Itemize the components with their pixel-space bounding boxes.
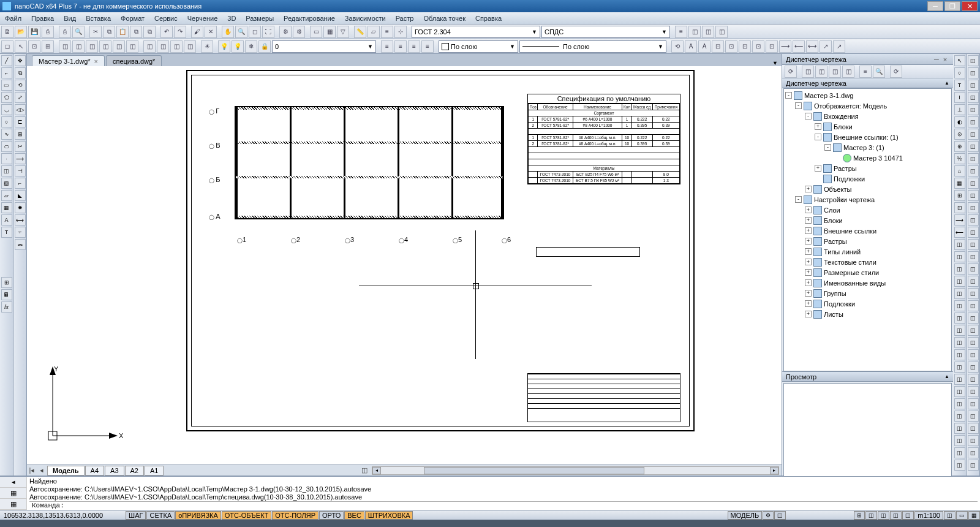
command-window[interactable]: ◂ ▦ ▦ Найдено Автосохранение: C:\Users\I… bbox=[0, 476, 980, 510]
rt1[interactable]: ↖ bbox=[954, 55, 965, 66]
rtt20[interactable]: ◫ bbox=[968, 288, 979, 299]
sb-i6[interactable]: ◫ bbox=[890, 511, 902, 520]
maximize-button[interactable]: ❐ bbox=[944, 1, 960, 11]
tb2-4[interactable]: ⊞ bbox=[42, 40, 54, 53]
sheettabs-split-icon[interactable]: ◫ bbox=[360, 466, 369, 474]
region-icon[interactable]: ▱ bbox=[1, 190, 12, 201]
rt28[interactable]: ◫ bbox=[954, 386, 965, 397]
open-icon[interactable]: 📂 bbox=[15, 26, 27, 38]
rt4[interactable]: I bbox=[954, 92, 965, 103]
rtt26[interactable]: ◫ bbox=[968, 362, 979, 373]
zoomwin-icon[interactable]: ◻ bbox=[249, 26, 261, 38]
light-icon[interactable]: 💡 bbox=[218, 40, 230, 53]
menu-view[interactable]: Вид bbox=[59, 15, 81, 22]
ptb5-icon[interactable]: ≡ bbox=[859, 66, 872, 78]
cmd-btn1[interactable]: ◂ bbox=[0, 477, 26, 488]
rt22[interactable]: ◫ bbox=[954, 313, 965, 324]
scale-icon[interactable]: ⤢ bbox=[15, 92, 26, 103]
rtt32[interactable]: ◫ bbox=[968, 435, 979, 446]
erase-icon[interactable]: ✕ bbox=[205, 26, 217, 38]
rtt25[interactable]: ◫ bbox=[968, 349, 979, 360]
rt2[interactable]: ○ bbox=[954, 67, 965, 78]
r8-icon[interactable]: ⊡ bbox=[766, 40, 778, 53]
ptb6-icon[interactable]: 🔍 bbox=[873, 66, 885, 78]
menu-draw[interactable]: Черчение bbox=[183, 15, 223, 22]
rtt29[interactable]: ◫ bbox=[968, 398, 979, 409]
r5-icon[interactable]: ⊡ bbox=[725, 40, 737, 53]
pline-icon[interactable]: ⌐ bbox=[1, 67, 12, 78]
trim-icon[interactable]: ✂ bbox=[15, 141, 26, 152]
sb-ortho[interactable]: ОРТО bbox=[319, 511, 344, 520]
sb-i8[interactable]: ◫ bbox=[944, 511, 956, 520]
new-icon[interactable]: 🗎 bbox=[1, 26, 13, 38]
layers-icon[interactable]: ≡ bbox=[675, 26, 687, 38]
hatch-icon[interactable]: ▨ bbox=[1, 178, 12, 189]
lock-icon[interactable]: 🔒 bbox=[258, 40, 271, 53]
copybase-icon[interactable]: ⧉ bbox=[130, 26, 142, 38]
menu-help[interactable]: Справка bbox=[470, 15, 507, 22]
point-icon[interactable]: · bbox=[1, 153, 12, 164]
sb-i10[interactable]: ▦ bbox=[968, 511, 980, 520]
rt13[interactable]: ⊡ bbox=[954, 202, 965, 213]
rt3[interactable]: T bbox=[954, 80, 965, 91]
print-icon[interactable]: ⎙ bbox=[59, 26, 71, 38]
rt26[interactable]: ◫ bbox=[954, 362, 965, 373]
list-icon[interactable]: ≡ bbox=[381, 26, 393, 38]
laymgr-icon[interactable]: ≡ bbox=[381, 40, 393, 53]
rt17[interactable]: ◫ bbox=[954, 251, 965, 262]
menu-3d[interactable]: 3D bbox=[222, 15, 241, 22]
circle-icon[interactable]: ○ bbox=[1, 116, 12, 127]
arc-icon[interactable]: ◡ bbox=[1, 104, 12, 115]
menu-dims[interactable]: Размеры bbox=[241, 15, 279, 22]
rt25[interactable]: ◫ bbox=[954, 349, 965, 360]
menu-raster[interactable]: Растр bbox=[391, 15, 419, 22]
r12-icon[interactable]: ↗ bbox=[820, 40, 832, 53]
r10-icon[interactable]: ⟵ bbox=[793, 40, 805, 53]
section-arrow-icon[interactable]: ▲ bbox=[944, 80, 949, 86]
rtt5[interactable]: ◫ bbox=[968, 104, 979, 115]
preview-arrow-icon[interactable]: ▲ bbox=[944, 374, 949, 379]
rt27[interactable]: ◫ bbox=[954, 374, 965, 385]
rtt28[interactable]: ◫ bbox=[968, 386, 979, 397]
stretch-icon[interactable]: ⟷ bbox=[15, 214, 26, 226]
rtt24[interactable]: ◫ bbox=[968, 337, 979, 348]
redo-icon[interactable]: ↷ bbox=[174, 26, 186, 38]
rt20[interactable]: ◫ bbox=[954, 288, 965, 299]
menu-format[interactable]: Формат bbox=[116, 15, 149, 22]
tb2-13[interactable]: ◫ bbox=[170, 40, 183, 53]
doc-tab-2[interactable]: специва.dwg* bbox=[106, 55, 162, 66]
rt29[interactable]: ◫ bbox=[954, 398, 965, 409]
rt16[interactable]: ◫ bbox=[954, 239, 965, 250]
sun-icon[interactable]: ☀ bbox=[201, 40, 213, 53]
bulb-icon[interactable]: 💡 bbox=[232, 40, 244, 53]
sb-i1[interactable]: ⚙ bbox=[763, 511, 774, 520]
extend-icon[interactable]: ⟶ bbox=[15, 153, 26, 164]
filter-icon[interactable]: ▽ bbox=[337, 26, 349, 38]
sb-osnap[interactable]: оПРИВЯЗКА bbox=[175, 511, 221, 520]
close-button[interactable]: ✕ bbox=[962, 1, 978, 11]
array-icon[interactable]: ⊞ bbox=[15, 129, 26, 140]
rt8[interactable]: ⊕ bbox=[954, 141, 965, 152]
rt34[interactable]: ◫ bbox=[954, 460, 965, 471]
tab-a2[interactable]: А2 bbox=[125, 466, 144, 476]
sb-hatch[interactable]: ШТРИХОВКА bbox=[365, 511, 413, 520]
zoom-icon[interactable]: 🔍 bbox=[235, 26, 247, 38]
cmd-prompt[interactable]: Команда: bbox=[29, 501, 978, 510]
refresh-icon[interactable]: ⟳ bbox=[785, 66, 797, 78]
rtt16[interactable]: ◫ bbox=[968, 239, 979, 250]
sb-i7[interactable]: ◫ bbox=[902, 511, 914, 520]
ellipse-icon[interactable]: ⬭ bbox=[1, 141, 12, 152]
table-icon[interactable]: ▦ bbox=[1, 202, 12, 213]
r2-icon[interactable]: A bbox=[685, 40, 697, 53]
rtt15[interactable]: ◫ bbox=[968, 227, 979, 238]
close-tab-icon[interactable]: × bbox=[94, 58, 98, 65]
tb2-3[interactable]: ⊡ bbox=[28, 40, 40, 53]
rtt19[interactable]: ◫ bbox=[968, 276, 979, 287]
rtt34[interactable]: ◫ bbox=[968, 460, 979, 471]
copy-icon[interactable]: ⧉ bbox=[103, 26, 115, 38]
tb2-9[interactable]: ◫ bbox=[113, 40, 125, 53]
saveall-icon[interactable]: ⎙ bbox=[42, 26, 54, 38]
lay2-icon[interactable]: ≡ bbox=[394, 40, 407, 53]
rtt27[interactable]: ◫ bbox=[968, 374, 979, 385]
calc-icon[interactable]: 🖩 bbox=[1, 289, 12, 300]
